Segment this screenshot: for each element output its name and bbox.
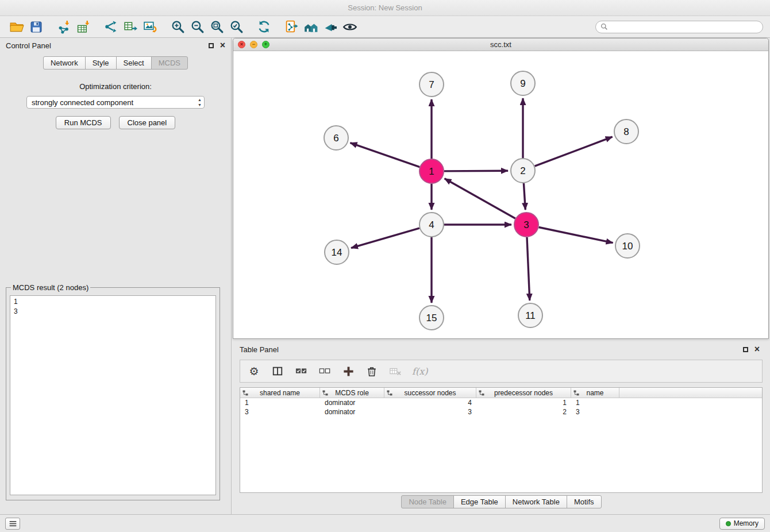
- table-row[interactable]: 1dominator411: [240, 398, 762, 407]
- graph-node-8[interactable]: 8: [614, 119, 638, 144]
- graph-edge-3-10[interactable]: [539, 228, 613, 243]
- import-network-button[interactable]: [54, 18, 74, 36]
- column-header-name[interactable]: name: [571, 388, 619, 398]
- export-table-icon: [124, 20, 138, 34]
- fx-label: f(x): [412, 366, 428, 377]
- graph-node-14[interactable]: 14: [325, 240, 349, 264]
- table-cell: 4: [384, 398, 476, 407]
- memory-button[interactable]: Memory: [719, 518, 765, 530]
- mcds-result-fieldset: MCDS result (2 nodes) 13: [6, 283, 220, 500]
- graph-edge-3-11[interactable]: [527, 237, 530, 300]
- graph-node-9[interactable]: 9: [511, 71, 535, 95]
- graph-node-15[interactable]: 15: [419, 306, 444, 330]
- search-box[interactable]: [595, 21, 763, 33]
- graph-edge-4-14[interactable]: [351, 228, 419, 248]
- graph-edge-3-1[interactable]: [445, 179, 515, 218]
- result-item[interactable]: 3: [14, 307, 212, 317]
- export-network-button[interactable]: [101, 18, 121, 36]
- table-cell: dominator: [320, 398, 384, 407]
- run-mcds-button[interactable]: Run MCDS: [56, 116, 111, 129]
- plus-icon: [342, 365, 355, 377]
- tab-select[interactable]: Select: [116, 56, 152, 70]
- tab-network-table[interactable]: Network Table: [505, 495, 567, 508]
- close-panel-icon[interactable]: ×: [220, 41, 225, 50]
- graph-edge-2-8[interactable]: [535, 137, 613, 166]
- close-table-panel-icon[interactable]: ×: [754, 345, 760, 354]
- search-icon: [600, 23, 608, 30]
- show-panel-button[interactable]: [5, 518, 20, 530]
- memory-label: Memory: [734, 519, 759, 527]
- tab-network[interactable]: Network: [43, 56, 86, 70]
- column-header-shared-name[interactable]: shared name: [240, 388, 320, 398]
- graph-node-2[interactable]: 2: [511, 159, 535, 183]
- table-row[interactable]: 3dominator323: [240, 407, 762, 417]
- svg-text:9: 9: [520, 78, 525, 89]
- graph-edge-1-2[interactable]: [444, 171, 508, 171]
- close-window-button[interactable]: ×: [238, 41, 245, 48]
- column-header-successor-nodes[interactable]: successor nodes: [384, 388, 476, 398]
- svg-text:8: 8: [623, 126, 629, 137]
- show-hide-button[interactable]: [340, 18, 360, 36]
- graph-node-6[interactable]: 6: [324, 126, 348, 150]
- zoom-window-button[interactable]: +: [262, 41, 270, 48]
- zoom-out-button[interactable]: [187, 18, 207, 36]
- zoom-fit-button[interactable]: [207, 18, 226, 36]
- delete-table-button[interactable]: [388, 364, 402, 378]
- save-session-button[interactable]: [26, 18, 46, 36]
- select-all-button[interactable]: [294, 364, 308, 378]
- graph-node-3[interactable]: 3: [514, 213, 538, 237]
- graph-node-1[interactable]: 1: [419, 159, 444, 183]
- save-floppy-icon: [29, 20, 43, 34]
- import-network-icon: [57, 20, 71, 34]
- svg-text:4: 4: [429, 219, 434, 230]
- minimize-window-button[interactable]: −: [250, 41, 257, 48]
- first-neighbors-button[interactable]: [301, 18, 321, 36]
- tab-node-table[interactable]: Node Table: [401, 495, 454, 508]
- column-type-icon: [479, 390, 484, 396]
- column-type-icon: [242, 390, 248, 396]
- result-item[interactable]: 1: [14, 297, 212, 307]
- svg-text:6: 6: [333, 133, 338, 144]
- open-session-button[interactable]: [7, 18, 26, 36]
- show-columns-button[interactable]: [271, 364, 284, 378]
- svg-text:7: 7: [429, 79, 434, 90]
- tab-mcds[interactable]: MCDS: [151, 56, 188, 70]
- graph-edge-1-6[interactable]: [351, 143, 420, 167]
- graph-node-10[interactable]: 10: [615, 234, 640, 258]
- graph-node-11[interactable]: 11: [518, 303, 542, 327]
- float-panel-icon[interactable]: [209, 43, 214, 48]
- graph-edge-2-3[interactable]: [523, 183, 525, 210]
- search-input[interactable]: [608, 23, 758, 31]
- control-panel-title: Control Panel: [6, 41, 51, 50]
- graph-canvas[interactable]: 7968124314101511: [233, 51, 768, 338]
- clone-network-button[interactable]: [282, 18, 301, 36]
- export-image-button[interactable]: [140, 18, 160, 36]
- graph-node-4[interactable]: 4: [419, 213, 444, 237]
- tab-edge-table[interactable]: Edge Table: [453, 495, 506, 508]
- zoom-selected-button[interactable]: [226, 18, 246, 36]
- apply-style-button[interactable]: [321, 18, 340, 36]
- unselect-all-button[interactable]: [318, 364, 332, 378]
- add-column-button[interactable]: [341, 364, 355, 378]
- refresh-view-button[interactable]: [254, 18, 274, 36]
- table-cell: 1: [476, 398, 571, 407]
- mcds-result-list[interactable]: 13: [10, 295, 216, 495]
- graph-node-7[interactable]: 7: [419, 72, 444, 97]
- network-window-title: scc.txt: [233, 40, 768, 49]
- delete-column-button[interactable]: [365, 364, 379, 378]
- tab-motifs[interactable]: Motifs: [567, 495, 602, 508]
- table-settings-button[interactable]: ⚙: [247, 364, 261, 378]
- float-table-panel-icon[interactable]: [743, 347, 748, 352]
- column-type-icon: [387, 390, 392, 396]
- zoom-in-button[interactable]: [168, 18, 187, 36]
- criterion-select[interactable]: strongly connected component ▲▼: [26, 96, 205, 109]
- close-panel-button[interactable]: Close panel: [119, 116, 176, 129]
- table-cell: 1: [571, 398, 619, 407]
- function-builder-button[interactable]: f(x): [412, 364, 428, 378]
- column-header-predecessor-nodes[interactable]: predecessor nodes: [476, 388, 571, 398]
- column-header-MCDS-role[interactable]: MCDS role: [320, 388, 384, 398]
- import-table-button[interactable]: [74, 18, 93, 36]
- svg-text:10: 10: [622, 241, 633, 252]
- export-table-button[interactable]: [121, 18, 140, 36]
- tab-style[interactable]: Style: [85, 56, 117, 70]
